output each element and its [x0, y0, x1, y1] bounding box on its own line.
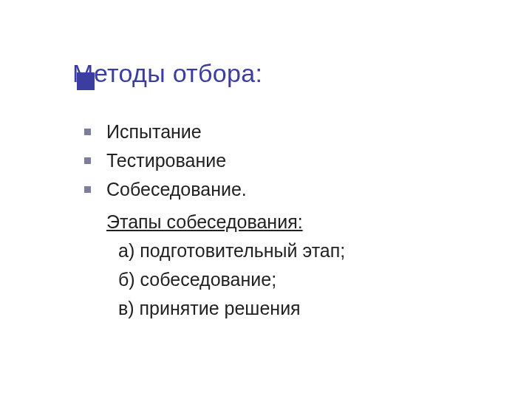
slide-content: Испытание Тестирование Собеседование. Эт… — [66, 117, 532, 322]
lettered-list: а) подготовительный этап; б) собеседован… — [80, 236, 532, 322]
list-item: а) подготовительный этап; — [118, 236, 532, 265]
slide: Методы отбора: Испытание Тестирование Со… — [0, 0, 532, 399]
list-item: Тестирование — [80, 146, 532, 175]
title-block: Методы отбора: — [66, 59, 532, 88]
list-item: Собеседование. — [80, 175, 532, 204]
list-item: б) собеседование; — [118, 265, 532, 294]
slide-title: Методы отбора: — [66, 59, 532, 88]
subheading: Этапы собеседования: — [80, 208, 532, 236]
bullet-list: Испытание Тестирование Собеседование. — [80, 117, 532, 203]
list-item: в) принятие решения — [118, 294, 532, 323]
list-item: Испытание — [80, 117, 532, 146]
